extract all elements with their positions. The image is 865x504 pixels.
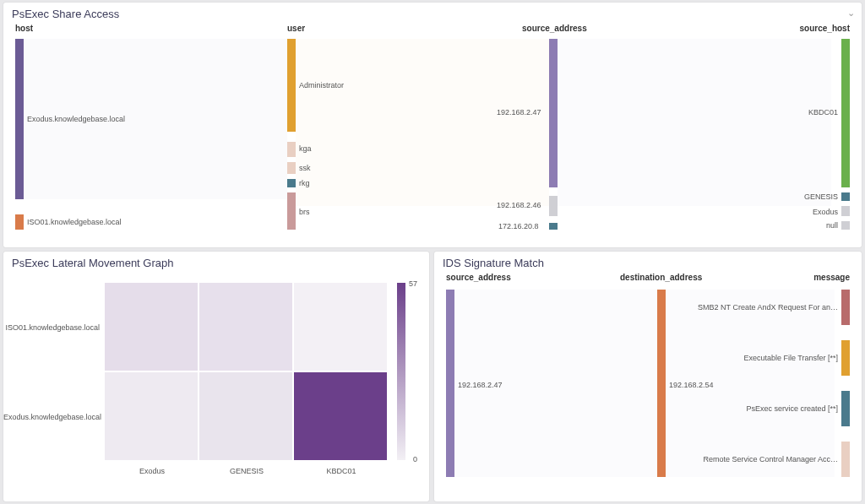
label-user-ssk: ssk <box>299 164 311 172</box>
node-user-rkg[interactable] <box>287 179 296 187</box>
label-host-exodus: Exodus.knowledgebase.local <box>27 115 125 123</box>
label-user-brs: brs <box>299 208 310 216</box>
node-user-admin[interactable] <box>287 39 296 132</box>
label-message: SMB2 NT Create AndX Request For an… <box>698 303 838 312</box>
sankey-share-access[interactable]: host user source_address source_host Exo… <box>3 24 862 241</box>
panel-lateral-movement: PsExec Lateral Movement Graph 57 0 ISO01… <box>3 252 429 501</box>
panel-title: IDS Signature Match <box>434 252 862 273</box>
col-host: host <box>15 24 33 33</box>
node-user-ssk[interactable] <box>287 162 296 174</box>
chevron-down-icon[interactable]: ⌄ <box>847 8 855 19</box>
heatmap-cell[interactable] <box>294 372 387 460</box>
flow <box>296 39 549 206</box>
label-message: PsExec service created [**] <box>746 404 838 413</box>
heatmap-cell[interactable] <box>105 372 198 460</box>
node-user-kga[interactable] <box>287 142 296 157</box>
label-src-47: 192.168.2.47 <box>497 108 541 117</box>
panel-title: PsExec Lateral Movement Graph <box>3 252 429 273</box>
heatmap-cell[interactable] <box>199 372 292 460</box>
panel-title: PsExec Share Access <box>3 3 862 24</box>
legend-min: 0 <box>413 455 417 463</box>
col-message: message <box>813 273 850 282</box>
sankey-ids[interactable]: source_address destination_address messa… <box>434 273 862 494</box>
col-user: user <box>287 24 305 33</box>
heatmap-cell[interactable] <box>105 283 198 371</box>
node-src-46[interactable] <box>549 196 558 216</box>
label-message: Remote Service Control Manager Acc… <box>703 455 838 463</box>
heatmap-xlabel: Exodus <box>105 467 199 475</box>
col-source-host: source_host <box>800 24 850 33</box>
legend-max: 57 <box>409 279 417 288</box>
flow <box>558 39 831 206</box>
node-dst-kbdc[interactable] <box>841 39 850 187</box>
panel-share-access: PsExec Share Access ⌄ host user source_a… <box>3 3 862 247</box>
label-message: Executable File Transfer [**] <box>743 354 838 362</box>
heatmap-xlabel: KBDC01 <box>294 467 389 475</box>
node-dst-genesis[interactable] <box>841 192 850 201</box>
col-source-address: source_address <box>522 24 587 33</box>
label-src: 192.168.2.47 <box>458 381 503 389</box>
node-dst-null[interactable] <box>841 221 850 230</box>
node-message[interactable] <box>841 391 850 426</box>
heatmap-cell[interactable] <box>199 283 292 371</box>
node-dst-exodus[interactable] <box>841 206 850 216</box>
label-user-admin: Administrator <box>299 81 344 89</box>
label-src-46: 192.168.2.46 <box>497 201 541 209</box>
node-message[interactable] <box>841 290 850 325</box>
node-message[interactable] <box>841 340 850 376</box>
col-source-address: source_address <box>446 273 511 282</box>
label-dst-kbdc: KBDC01 <box>808 108 838 117</box>
flow <box>454 290 835 477</box>
col-dest-address: destination_address <box>620 273 702 282</box>
label-host-iso01: ISO01.knowledgebase.local <box>27 218 122 226</box>
node-user-brs[interactable] <box>287 192 296 230</box>
node-src-20[interactable] <box>549 223 558 230</box>
node-host-iso01[interactable] <box>15 214 24 230</box>
heatmap-xlabel: GENESIS <box>199 467 294 475</box>
heatmap-cell[interactable] <box>294 283 387 371</box>
node-dest[interactable] <box>657 290 666 477</box>
label-src-20: 172.16.20.8 <box>498 222 539 230</box>
label-user-rkg: rkg <box>299 179 310 187</box>
node-host-exodus[interactable] <box>15 39 24 199</box>
heatmap-lateral-movement[interactable]: 57 0 ISO01.knowledgebase.localExodus.kno… <box>3 273 429 494</box>
node-src-47[interactable] <box>549 39 558 187</box>
panel-ids-signature: IDS Signature Match source_address desti… <box>434 252 862 501</box>
heatmap-ylabel: ISO01.knowledgebase.local <box>3 323 100 332</box>
node-src[interactable] <box>446 290 454 477</box>
node-message[interactable] <box>841 442 850 477</box>
label-dst-null: null <box>826 221 838 230</box>
label-dst-exodus: Exodus <box>813 208 838 216</box>
label-dst-genesis: GENESIS <box>804 192 838 201</box>
label-user-kga: kga <box>299 144 312 153</box>
heatmap-legend <box>397 283 405 460</box>
label-dest: 192.168.2.54 <box>669 381 714 389</box>
heatmap-ylabel: Exodus.knowledgebase.local <box>3 413 100 421</box>
